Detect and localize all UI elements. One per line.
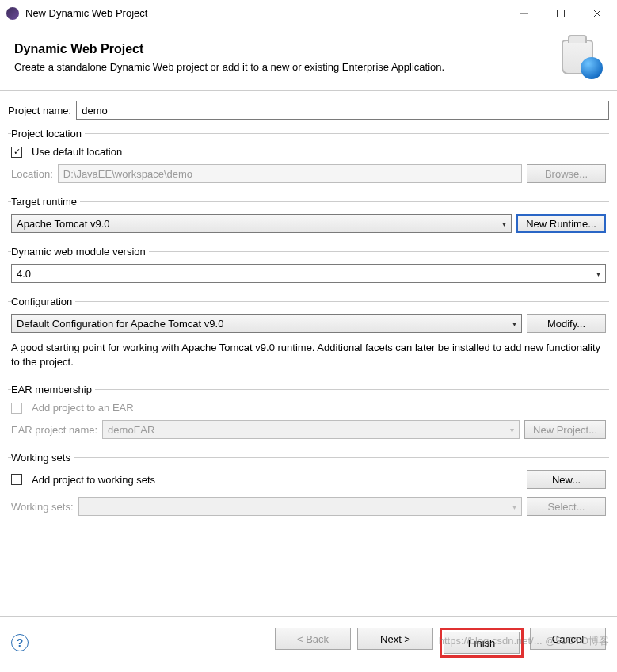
modify-button[interactable]: Modify... [527,314,606,333]
add-to-working-sets-label: Add project to working sets [32,474,522,486]
ear-membership-group: EAR membership Add project to an EAR EAR… [8,384,609,447]
configuration-select[interactable]: Default Configuration for Apache Tomcat … [11,314,522,333]
project-location-group: Project location ✓ Use default location … [8,128,609,191]
new-runtime-button[interactable]: New Runtime... [516,214,606,233]
project-name-input[interactable] [76,101,609,120]
back-button: < Back [275,628,351,650]
add-to-ear-checkbox[interactable] [11,403,22,414]
location-label: Location: [11,168,53,180]
module-version-select[interactable]: 4.0 ▾ [11,264,606,283]
window-controls [506,2,615,25]
finish-highlight: Finish [440,628,524,658]
finish-button[interactable]: Finish [444,632,520,654]
chevron-down-icon: ▾ [512,502,516,511]
web-project-icon [558,35,603,79]
close-button[interactable] [579,2,615,25]
titlebar: New Dynamic Web Project [0,0,617,27]
working-sets-select: ▾ [78,497,522,516]
add-to-ear-label: Add project to an EAR [32,402,134,414]
add-to-working-sets-checkbox[interactable] [11,474,22,485]
new-working-set-button[interactable]: New... [527,470,606,489]
wizard-banner: Dynamic Web Project Create a standalone … [0,27,617,91]
help-icon[interactable]: ? [11,634,29,651]
new-ear-project-button: New Project... [524,420,606,439]
banner-description: Create a standalone Dynamic Web project … [14,61,558,73]
browse-button: Browse... [527,164,606,183]
chevron-down-icon: ▾ [512,319,516,328]
configuration-description: A good starting point for working with A… [11,341,606,369]
use-default-location-checkbox[interactable]: ✓ [11,147,22,158]
banner-title: Dynamic Web Project [14,42,558,56]
chevron-down-icon: ▾ [596,269,600,278]
chevron-down-icon: ▾ [502,220,506,228]
window-title: New Dynamic Web Project [25,7,506,19]
target-runtime-group: Target runtime Apache Tomcat v9.0 ▾ New … [8,196,609,241]
module-version-group: Dynamic web module version 4.0 ▾ [8,246,609,291]
minimize-button[interactable] [506,2,543,25]
module-version-legend: Dynamic web module version [11,246,149,258]
configuration-legend: Configuration [11,296,75,307]
target-runtime-select[interactable]: Apache Tomcat v9.0 ▾ [11,214,512,233]
working-sets-label: Working sets: [11,501,74,513]
project-name-label: Project name: [8,105,71,116]
location-input [58,164,522,183]
use-default-location-label: Use default location [32,146,122,158]
working-sets-legend: Working sets [11,452,74,464]
ear-project-name-label: EAR project name: [11,424,97,436]
chevron-down-icon: ▾ [510,426,514,434]
select-working-set-button: Select... [527,497,606,516]
ear-project-name-select: demoEAR ▾ [102,420,520,439]
next-button[interactable]: Next > [357,628,433,650]
cancel-button[interactable]: Cancel [530,628,606,650]
configuration-group: Configuration Default Configuration for … [8,296,609,379]
working-sets-group: Working sets Add project to working sets… [8,452,609,524]
svg-rect-1 [558,10,565,17]
wizard-footer: ? < Back Next > Finish Cancel [0,616,617,672]
eclipse-icon [6,7,19,20]
maximize-button[interactable] [543,2,579,25]
project-name-row: Project name: [8,101,609,120]
target-runtime-legend: Target runtime [11,196,80,208]
ear-legend: EAR membership [11,384,95,395]
project-location-legend: Project location [11,128,85,139]
